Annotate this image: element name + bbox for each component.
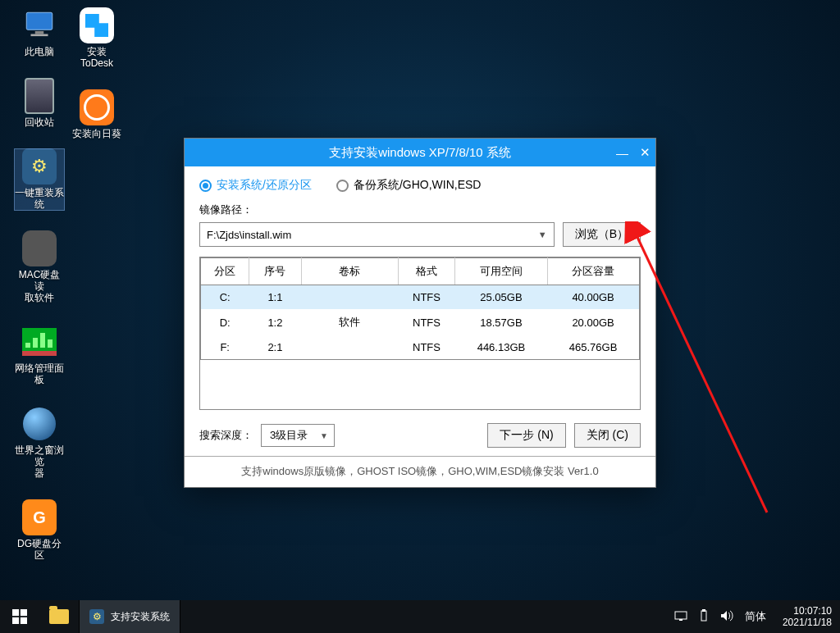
radio-label: 备份系统/GHO,WIN,ESD (354, 178, 482, 193)
ime-indicator[interactable]: 简体 (745, 609, 766, 624)
image-path-label: 镜像路径： (199, 203, 641, 217)
network-tray-icon[interactable] (674, 610, 687, 624)
sunflower-icon (80, 90, 114, 125)
desktop-icon-recycle[interactable]: 回收站 (15, 79, 64, 128)
close-icon[interactable]: ✕ (640, 145, 651, 160)
todesk-icon (80, 8, 114, 43)
titlebar[interactable]: 支持安装windows XP/7/8/10 系统 — ✕ (185, 139, 655, 166)
svg-rect-7 (21, 617, 27, 624)
desktop-icon-world[interactable]: 世界之窗浏览 器 (15, 407, 64, 479)
table-cell: 20.00GB (547, 309, 639, 335)
desktop-icons-col1: 此电脑 回收站 ⚙ 一键重装系统 MAC硬盘读 取软件 网络管理面板 世界之窗浏… (15, 8, 64, 561)
next-button-label: 下一步 (N) (500, 428, 553, 443)
close-button-label: 关闭 (C) (587, 428, 628, 443)
network-icon (22, 325, 57, 359)
desktop: 此电脑 回收站 ⚙ 一键重装系统 MAC硬盘读 取软件 网络管理面板 世界之窗浏… (0, 0, 840, 633)
taskbar-active-task[interactable]: ⚙ 支持安装系统 (79, 600, 180, 633)
table-cell: 40.00GB (547, 285, 639, 310)
depth-select[interactable]: 3级目录 ▼ (261, 424, 335, 447)
system-tray: 简体 10:07:10 2021/11/18 (674, 605, 840, 628)
svg-rect-1 (35, 31, 44, 34)
radio-install[interactable]: 安装系统/还原分区 (199, 178, 312, 193)
taskbar-clock[interactable]: 10:07:10 2021/11/18 (778, 605, 832, 628)
table-cell: F: (201, 335, 249, 360)
svg-rect-9 (679, 619, 682, 621)
table-cell: NTFS (398, 309, 455, 335)
radio-backup[interactable]: 备份系统/GHO,WIN,ESD (336, 178, 482, 193)
taskbar: ⚙ 支持安装系统 简体 10:07:10 2021/11/18 (0, 600, 840, 633)
clock-time: 10:07:10 (783, 605, 832, 617)
taskbar-explorer[interactable] (39, 600, 79, 633)
desktop-icon-label: 此电脑 (25, 46, 54, 57)
col-free[interactable]: 可用空间 (455, 258, 547, 285)
windows-icon (12, 609, 27, 624)
chevron-down-icon: ▼ (538, 230, 547, 239)
desktop-icon-macdisk[interactable]: MAC硬盘读 取软件 (15, 231, 64, 303)
footer-text: 支持windows原版镜像，GHOST ISO镜像，GHO,WIM,ESD镜像安… (185, 456, 655, 487)
table-cell (302, 335, 399, 360)
radio-dot-icon (336, 180, 349, 192)
table-cell: C: (201, 285, 249, 310)
svg-rect-5 (21, 609, 27, 616)
depth-label: 搜索深度： (199, 428, 253, 443)
minimize-icon[interactable]: — (616, 146, 628, 160)
volume-tray-icon[interactable] (720, 610, 733, 624)
svg-rect-4 (12, 609, 19, 616)
table-cell: 465.76GB (547, 335, 639, 360)
apple-icon (22, 231, 57, 266)
table-cell: NTFS (398, 335, 455, 360)
close-button[interactable]: 关闭 (C) (574, 423, 641, 448)
desktop-icon-oneclick[interactable]: ⚙ 一键重装系统 (15, 149, 64, 210)
next-button[interactable]: 下一步 (N) (487, 423, 565, 448)
col-format[interactable]: 格式 (398, 258, 455, 285)
desktop-icon-label: 网络管理面板 (15, 362, 64, 385)
table-cell: D: (201, 309, 249, 335)
desktop-icon-label: 安装ToDesk (72, 46, 121, 69)
partition-table: 分区 序号 卷标 格式 可用空间 分区容量 C:1:1NTFS25.05GB40… (199, 257, 641, 410)
svg-rect-6 (12, 617, 19, 624)
svg-rect-8 (675, 612, 687, 619)
installer-window: 支持安装windows XP/7/8/10 系统 — ✕ 安装系统/还原分区 备… (184, 138, 656, 488)
gear-icon: ⚙ (89, 609, 104, 624)
gear-icon: ⚙ (22, 149, 57, 184)
image-path-combo[interactable]: F:\Zjds\install.wim ▼ (199, 222, 555, 247)
table-cell: 18.57GB (455, 309, 547, 335)
pc-icon (22, 8, 57, 43)
table-cell: 软件 (302, 309, 399, 335)
globe-icon (22, 407, 57, 441)
table-row[interactable]: C:1:1NTFS25.05GB40.00GB (201, 285, 640, 310)
table-row[interactable]: D:1:2软件NTFS18.57GB20.00GB (201, 309, 640, 335)
desktop-icon-todesk[interactable]: 安装ToDesk (72, 8, 121, 69)
col-partition[interactable]: 分区 (201, 258, 249, 285)
start-button[interactable] (0, 600, 39, 633)
desktop-icon-label: 世界之窗浏览 器 (15, 444, 64, 479)
table-cell: 2:1 (249, 335, 301, 360)
desktop-icon-sunflower[interactable]: 安装向日葵 (72, 90, 121, 139)
browse-button-label: 浏览（B） (575, 227, 628, 242)
desktop-icon-dg[interactable]: G DG硬盘分区 (15, 500, 64, 561)
col-volume[interactable]: 卷标 (302, 258, 399, 285)
table-cell: NTFS (398, 285, 455, 310)
desktop-icon-label: 回收站 (25, 116, 54, 128)
desktop-icons-col2: 安装ToDesk 安装向日葵 (72, 8, 121, 139)
svg-rect-2 (31, 34, 48, 37)
table-cell (302, 285, 399, 310)
bin-icon (22, 79, 57, 113)
browse-button[interactable]: 浏览（B） (563, 222, 641, 247)
chevron-down-icon: ▼ (320, 431, 328, 440)
radio-label: 安装系统/还原分区 (217, 178, 312, 193)
table-row[interactable]: F:2:1NTFS446.13GB465.76GB (201, 335, 640, 360)
desktop-icon-label: 一键重装系统 (15, 187, 64, 210)
desktop-icon-label: MAC硬盘读 取软件 (15, 269, 64, 303)
col-index[interactable]: 序号 (249, 258, 301, 285)
desktop-icon-this-pc[interactable]: 此电脑 (15, 8, 64, 57)
clock-date: 2021/11/18 (783, 617, 832, 628)
svg-rect-10 (701, 611, 706, 621)
desktop-icon-label: DG硬盘分区 (15, 538, 64, 561)
col-total[interactable]: 分区容量 (547, 258, 639, 285)
table-cell: 1:1 (249, 285, 301, 310)
desktop-icon-netpanel[interactable]: 网络管理面板 (15, 325, 64, 385)
radio-dot-icon (199, 180, 212, 192)
usb-tray-icon[interactable] (699, 609, 709, 625)
table-cell: 25.05GB (455, 285, 547, 310)
